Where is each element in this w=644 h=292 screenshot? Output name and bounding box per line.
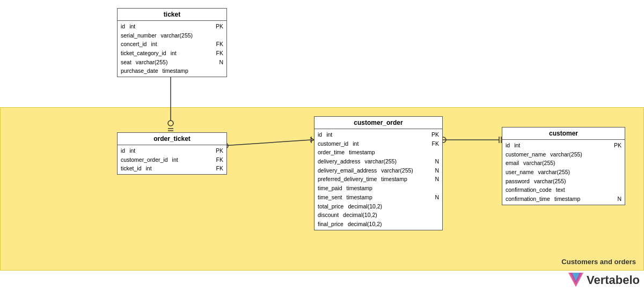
table-row: ticket_category_id int FK	[118, 49, 226, 58]
table-row: delivery_address varchar(255) N	[314, 157, 442, 166]
vertabelo-logo-text: Vertabelo	[587, 273, 640, 287]
vertabelo-logo-icon	[568, 273, 583, 288]
table-row: password varchar(255)	[502, 177, 625, 186]
table-row: user_name varchar(255)	[502, 168, 625, 177]
customer-order-table-body: id int PK customer_id int FK order_time …	[314, 129, 442, 230]
table-row: time_paid timestamp	[314, 184, 442, 193]
table-row: customer_id int FK	[314, 139, 442, 148]
table-row: ticket_id int FK	[118, 164, 226, 173]
table-row: preferred_delivery_time timestamp N	[314, 175, 442, 184]
customer-order-table-header: customer_order	[314, 117, 442, 129]
area-label: Customers and orders	[561, 258, 636, 266]
ticket-table-header: ticket	[118, 9, 226, 21]
diagram-canvas: Customers and orders	[0, 0, 644, 292]
top-area	[0, 0, 644, 107]
table-row: confirmation_code text	[502, 185, 625, 194]
customer-table-body: id int PK customer_name varchar(255) ema…	[502, 140, 625, 205]
table-row: time_sent timestamp N	[314, 193, 442, 202]
table-row: total_price decimal(10,2)	[314, 202, 442, 211]
table-row: purchase_date timestamp	[118, 66, 226, 76]
table-row: order_time timestamp	[314, 148, 442, 157]
table-row: serial_number varchar(255)	[118, 31, 226, 40]
order-ticket-table: order_ticket id int PK customer_order_id…	[117, 132, 227, 175]
customer-table-header: customer	[502, 128, 625, 140]
table-row: delivery_email_address varchar(255) N	[314, 166, 442, 175]
table-row: customer_order_id int FK	[118, 155, 226, 164]
table-row: customer_name varchar(255)	[502, 150, 625, 159]
ticket-table: ticket id int PK serial_number varchar(2…	[117, 8, 227, 77]
table-row: concert_id int FK	[118, 40, 226, 49]
table-row: id int PK	[118, 22, 226, 31]
order-ticket-table-header: order_ticket	[118, 133, 226, 145]
table-row: confirmation_time timestamp N	[502, 194, 625, 204]
table-row: discount decimal(10,2)	[314, 211, 442, 220]
table-row: final_price decimal(10,2)	[314, 220, 442, 229]
order-ticket-table-body: id int PK customer_order_id int FK ticke…	[118, 145, 226, 174]
customer-order-table: customer_order id int PK customer_id int…	[314, 116, 443, 230]
table-row: id int PK	[118, 146, 226, 155]
table-row: id int PK	[502, 141, 625, 150]
ticket-table-body: id int PK serial_number varchar(255) con…	[118, 21, 226, 77]
customer-table: customer id int PK customer_name varchar…	[502, 127, 625, 205]
table-row: email varchar(255)	[502, 159, 625, 168]
table-row: seat varchar(255) N	[118, 58, 226, 67]
table-row: id int PK	[314, 130, 442, 139]
vertabelo-logo: Vertabelo	[568, 273, 640, 288]
